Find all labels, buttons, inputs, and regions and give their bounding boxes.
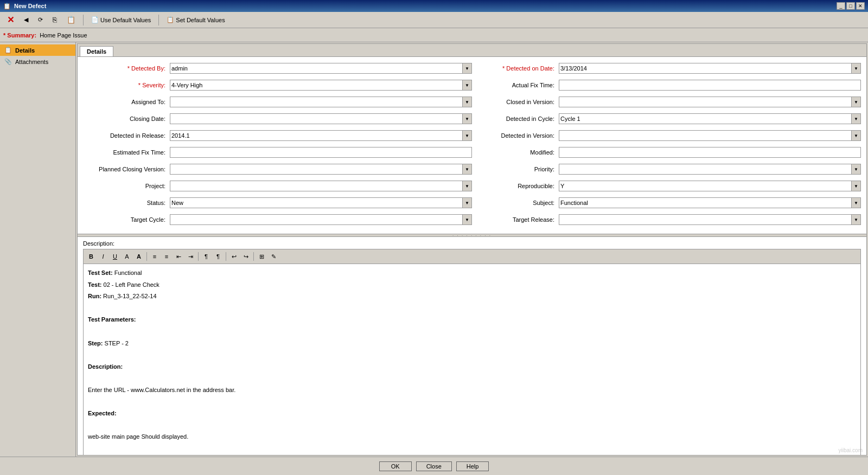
planned-closing-row: Planned Closing Version: ▼	[83, 163, 472, 175]
form-area: * Detected By: admin ▼ * Severity:	[78, 57, 866, 234]
highlight-button[interactable]: A	[133, 251, 144, 262]
planned-closing-select-wrap: ▼	[170, 164, 472, 175]
description-label: Description:	[83, 240, 861, 247]
ordered-list-button[interactable]: ≡	[161, 251, 172, 262]
copy-icon: ⎘	[53, 16, 57, 24]
back-button[interactable]: ◀	[20, 15, 32, 25]
undo-button[interactable]: ↩	[228, 251, 239, 262]
main-container: 📋 Details 📎 Attachments Details * Detect…	[0, 42, 868, 457]
detected-version-select-wrap: ▼	[559, 130, 861, 141]
sidebar-attachments-label: Attachments	[15, 59, 48, 65]
copy-button[interactable]: ⎘	[49, 14, 61, 25]
estimated-fix-row: Estimated Fix Time:	[83, 146, 472, 158]
italic-button[interactable]: I	[98, 251, 108, 262]
summary-bar: * Summary: Home Page Issue	[0, 28, 868, 42]
subject-select[interactable]: Functional	[559, 197, 861, 208]
editor-sep-4	[253, 252, 254, 261]
target-cycle-label: Target Cycle:	[83, 216, 170, 223]
status-label: Status:	[83, 200, 170, 206]
target-cycle-row: Target Cycle: ▼	[83, 214, 472, 226]
planned-closing-label: Planned Closing Version:	[83, 166, 170, 172]
status-select[interactable]: New	[170, 197, 472, 208]
reproducible-row: Reproducible: Y ▼	[472, 180, 861, 192]
tab-details[interactable]: Details	[80, 46, 113, 56]
insert-image-button[interactable]: ✎	[268, 251, 279, 262]
closing-date-select[interactable]	[170, 113, 472, 124]
set-default-values-button[interactable]: 📋 Set Default Values	[163, 15, 228, 25]
sidebar: 📋 Details 📎 Attachments	[0, 42, 76, 457]
form-grid: * Detected By: admin ▼ * Severity:	[83, 62, 861, 228]
closing-date-label: Closing Date:	[83, 115, 170, 122]
modified-input[interactable]	[559, 147, 861, 158]
detected-release-label: Detected in Release:	[83, 132, 170, 139]
planned-closing-select[interactable]	[170, 164, 472, 175]
detected-release-select[interactable]: 2014.1	[170, 130, 472, 141]
help-button[interactable]: Help	[456, 461, 489, 471]
bullet-list-button[interactable]: ≡	[149, 251, 160, 262]
detected-by-select[interactable]: admin	[170, 63, 472, 74]
detected-cycle-select[interactable]: Cycle 1	[559, 113, 861, 124]
close-button[interactable]: ✕	[3, 13, 18, 27]
toolbar-separator-2	[158, 15, 159, 25]
detected-date-select[interactable]: 3/13/2014	[559, 63, 861, 74]
modified-row: Modified:	[472, 146, 861, 158]
bold-button[interactable]: B	[86, 251, 97, 262]
target-release-row: Target Release: ▼	[472, 214, 861, 226]
use-default-label: Use Default Values	[100, 17, 151, 23]
target-cycle-select[interactable]	[170, 214, 472, 225]
show-marks-button[interactable]: ¶	[213, 251, 224, 262]
priority-select[interactable]	[559, 164, 861, 175]
detected-by-select-wrap: admin ▼	[170, 63, 472, 74]
font-color-button[interactable]: A	[122, 251, 132, 262]
underline-button[interactable]: U	[110, 251, 120, 262]
refresh-button[interactable]: ⟳	[34, 15, 47, 25]
close-button-bottom[interactable]: Close	[416, 461, 452, 471]
reproducible-select[interactable]: Y	[559, 181, 861, 191]
project-select-wrap: ▼	[170, 181, 472, 191]
target-release-select-wrap: ▼	[559, 214, 861, 225]
minimize-button[interactable]: _	[837, 2, 845, 10]
detected-version-row: Detected in Version: ▼	[472, 130, 861, 142]
target-cycle-select-wrap: ▼	[170, 214, 472, 225]
sidebar-item-details[interactable]: 📋 Details	[0, 44, 75, 56]
insert-table-button[interactable]: ⊞	[256, 251, 267, 262]
close-window-button[interactable]: ✕	[856, 2, 865, 10]
detected-date-select-wrap: 3/13/2014 ▼	[559, 63, 861, 74]
target-release-label: Target Release:	[472, 216, 559, 223]
closed-version-label: Closed in Version:	[472, 99, 559, 105]
closing-date-select-wrap: ▼	[170, 113, 472, 124]
paragraph-button[interactable]: ¶	[201, 251, 212, 262]
assigned-to-select[interactable]	[170, 97, 472, 107]
paste-button[interactable]: 📋	[63, 14, 79, 25]
detected-date-label: * Detected on Date:	[472, 65, 559, 72]
bottom-bar: OK Close Help	[0, 457, 868, 475]
subject-select-wrap: Functional ▼	[559, 197, 861, 208]
editor-content[interactable]: Test Set: Functional Test: 02 - Left Pan…	[84, 264, 860, 455]
detected-cycle-select-wrap: Cycle 1 ▼	[559, 113, 861, 124]
closed-version-select[interactable]	[559, 97, 861, 107]
ok-button[interactable]: OK	[379, 461, 412, 471]
sidebar-item-attachments[interactable]: 📎 Attachments	[0, 56, 75, 67]
use-default-values-button[interactable]: 📄 Use Default Values	[87, 15, 155, 25]
redo-button[interactable]: ↪	[240, 251, 251, 262]
project-select[interactable]	[170, 181, 472, 191]
detected-version-select[interactable]	[559, 130, 861, 141]
project-label: Project:	[83, 183, 170, 189]
details-icon: 📋	[4, 47, 12, 54]
detected-by-label: * Detected By:	[83, 65, 170, 72]
indent-decrease-button[interactable]: ⇤	[173, 251, 184, 262]
actual-fix-input[interactable]	[559, 80, 861, 91]
actual-fix-row: Actual Fix Time:	[472, 79, 861, 91]
severity-select[interactable]: 4-Very High	[170, 80, 472, 91]
toolbar: ✕ ◀ ⟳ ⎘ 📋 📄 Use Default Values 📋 Set Def…	[0, 12, 868, 28]
modified-label: Modified:	[472, 149, 559, 156]
refresh-icon: ⟳	[38, 16, 43, 23]
form-left-col: * Detected By: admin ▼ * Severity:	[83, 62, 472, 228]
priority-select-wrap: ▼	[559, 164, 861, 175]
maximize-button[interactable]: □	[846, 2, 855, 10]
target-release-select[interactable]	[559, 214, 861, 225]
estimated-fix-input[interactable]	[170, 147, 472, 158]
detected-release-select-wrap: 2014.1 ▼	[170, 130, 472, 141]
assigned-to-label: Assigned To:	[83, 99, 170, 105]
indent-increase-button[interactable]: ⇥	[185, 251, 196, 262]
